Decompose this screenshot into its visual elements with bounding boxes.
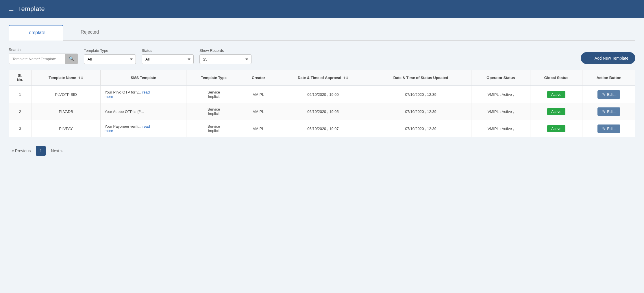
status-group: Status All Active Inactive xyxy=(142,48,194,64)
cell-date-approval: 06/10/2020 , 19:05 xyxy=(276,103,370,120)
edit-button[interactable]: ✎ Edit.. xyxy=(597,107,620,116)
sms-text: Your Plivo OTP for v... xyxy=(105,90,141,94)
template-type-group: Template Type All Service Implicit Servi… xyxy=(84,48,136,64)
cell-sl-no: 3 xyxy=(9,120,32,137)
search-button[interactable]: 🔍 xyxy=(65,54,78,64)
cell-operator-status: VMIPL : Active , xyxy=(471,86,530,103)
cell-template-type: ServiceImplicit xyxy=(186,86,241,103)
prev-arrow-icon: « xyxy=(12,149,14,153)
table-header-row: Sl.No. Template Name ⬆⬇ SMS Template Tem… xyxy=(9,70,635,86)
cell-global-status: Active xyxy=(530,86,582,103)
search-group: Search 🔍 xyxy=(9,47,78,64)
cell-date-status: 07/10/2020 , 12:39 xyxy=(370,86,471,103)
cell-template-type: ServiceImplicit xyxy=(186,103,241,120)
next-button[interactable]: Next » xyxy=(48,147,66,155)
cell-sms-template: Your Payoneer verifi... readmore xyxy=(100,120,186,137)
col-sl-no: Sl.No. xyxy=(9,70,32,86)
tab-bar: Template Rejected xyxy=(9,25,635,41)
search-wrapper: 🔍 xyxy=(9,54,78,64)
show-records-select[interactable]: 25 50 100 xyxy=(199,54,251,64)
cell-sms-template: Your Plivo OTP for v... readmore xyxy=(100,86,186,103)
status-badge: Active xyxy=(547,91,565,98)
main-content: Template Rejected Search 🔍 Template Type… xyxy=(0,18,644,291)
edit-button[interactable]: ✎ Edit.. xyxy=(597,124,620,133)
cell-template-type: ServiceImplicit xyxy=(186,120,241,137)
sms-text: Your Payoneer verifi... xyxy=(105,124,141,129)
status-label: Status xyxy=(142,48,194,53)
cell-creator: VMIPL xyxy=(241,86,276,103)
table-wrapper: Sl.No. Template Name ⬆⬇ SMS Template Tem… xyxy=(9,70,635,137)
tab-template[interactable]: Template xyxy=(9,25,63,41)
table-row: 2PLVADBYour Adobe OTP is {#...ServiceImp… xyxy=(9,103,635,120)
cell-action: ✎ Edit.. xyxy=(582,103,635,120)
col-date-approval: Date & Time of Approval ⬆⬇ xyxy=(276,70,370,86)
cell-date-status: 07/10/2020 , 12:39 xyxy=(370,120,471,137)
cell-global-status: Active xyxy=(530,120,582,137)
cell-template-name: PLVPAY xyxy=(32,120,100,137)
cell-template-name: PLVOTP SID xyxy=(32,86,100,103)
next-label: Next xyxy=(51,149,59,153)
plus-icon: ＋ xyxy=(588,55,592,61)
filter-row: Search 🔍 Template Type All Service Impli… xyxy=(9,47,635,64)
template-type-label: Template Type xyxy=(84,48,136,53)
page-header: ☰ Template xyxy=(0,0,644,18)
cell-creator: VMIPL xyxy=(241,103,276,120)
col-global-status: Global Status xyxy=(530,70,582,86)
cell-sl-no: 1 xyxy=(9,86,32,103)
col-date-status: Date & Time of Status Updated xyxy=(370,70,471,86)
sort-arrows-date-approval: ⬆⬇ xyxy=(343,76,348,80)
table-row: 3PLVPAYYour Payoneer verifi... readmoreS… xyxy=(9,120,635,137)
cell-date-approval: 06/10/2020 , 19:00 xyxy=(276,86,370,103)
show-records-label: Show Records xyxy=(199,48,251,53)
search-input[interactable] xyxy=(9,54,65,63)
cell-action: ✎ Edit.. xyxy=(582,86,635,103)
status-select[interactable]: All Active Inactive xyxy=(142,54,194,64)
sort-arrows-template-name: ⬆⬇ xyxy=(78,76,83,80)
col-operator-status: Operator Status xyxy=(471,70,530,86)
col-sms-template: SMS Template xyxy=(100,70,186,86)
pagination: « Previous 1 Next » xyxy=(9,143,635,159)
cell-sms-template: Your Adobe OTP is {#... xyxy=(100,103,186,120)
menu-icon[interactable]: ☰ xyxy=(9,6,14,12)
col-action: Action Button xyxy=(582,70,635,86)
edit-button[interactable]: ✎ Edit.. xyxy=(597,90,620,99)
cell-operator-status: VMIPL : Active , xyxy=(471,103,530,120)
edit-icon: ✎ xyxy=(602,109,605,114)
cell-operator-status: VMIPL : Active , xyxy=(471,120,530,137)
cell-global-status: Active xyxy=(530,103,582,120)
cell-action: ✎ Edit.. xyxy=(582,120,635,137)
cell-template-name: PLVADB xyxy=(32,103,100,120)
col-template-type: Template Type xyxy=(186,70,241,86)
show-records-group: Show Records 25 50 100 xyxy=(199,48,251,64)
status-badge: Active xyxy=(547,125,565,132)
previous-button[interactable]: « Previous xyxy=(9,147,34,155)
cell-date-approval: 06/10/2020 , 19:07 xyxy=(276,120,370,137)
next-arrow-icon: » xyxy=(60,149,63,153)
page-1-button[interactable]: 1 xyxy=(36,146,46,156)
cell-sl-no: 2 xyxy=(9,103,32,120)
table-row: 1PLVOTP SIDYour Plivo OTP for v... readm… xyxy=(9,86,635,103)
add-button-label: Add New Template xyxy=(595,56,628,61)
edit-icon: ✎ xyxy=(602,127,605,131)
status-badge: Active xyxy=(547,108,565,115)
cell-date-status: 07/10/2020 , 12:39 xyxy=(370,103,471,120)
template-table: Sl.No. Template Name ⬆⬇ SMS Template Tem… xyxy=(9,70,635,137)
tab-rejected[interactable]: Rejected xyxy=(63,25,116,40)
col-creator: Creator xyxy=(241,70,276,86)
search-label: Search xyxy=(9,47,78,52)
edit-icon: ✎ xyxy=(602,92,605,97)
template-type-select[interactable]: All Service Implicit Service Explicit Tr… xyxy=(84,54,136,64)
page-title: Template xyxy=(18,5,45,13)
col-template-name: Template Name ⬆⬇ xyxy=(32,70,100,86)
cell-creator: VMIPL xyxy=(241,120,276,137)
previous-label: Previous xyxy=(15,149,31,153)
add-new-template-button[interactable]: ＋ Add New Template xyxy=(581,52,635,64)
